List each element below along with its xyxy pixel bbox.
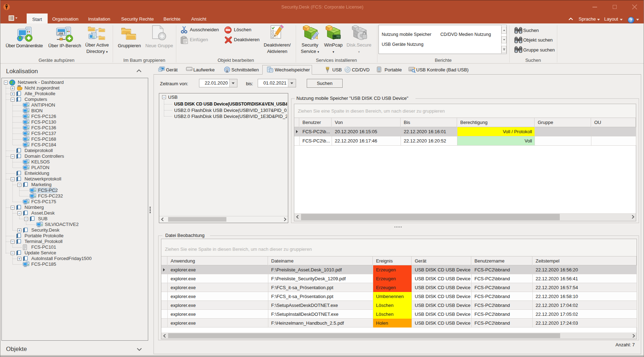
- svg-text:255: 255: [58, 32, 63, 35]
- svg-text:?: ?: [630, 18, 632, 23]
